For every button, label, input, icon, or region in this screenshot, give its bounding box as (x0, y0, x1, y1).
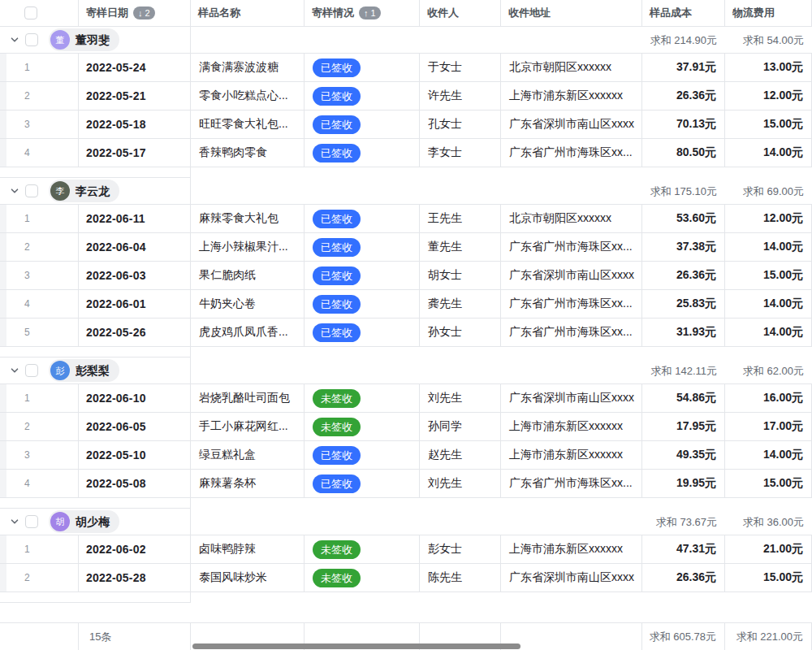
sample-name-cell[interactable]: 岩烧乳酪吐司面包 (191, 384, 304, 413)
recipient-cell[interactable]: 赵先生 (420, 441, 501, 470)
recipient-cell[interactable]: 孙女士 (420, 318, 501, 347)
date-cell[interactable]: 2022-06-10 (79, 384, 191, 413)
sample-name-cell[interactable]: 果仁脆肉纸 (191, 262, 304, 290)
status-cell[interactable]: 未签收 (304, 384, 420, 413)
recipient-cell[interactable]: 陈先生 (420, 564, 501, 592)
address-cell[interactable]: 广东省广州市海珠区xx... (501, 470, 642, 498)
shipping-cell[interactable]: 17.00元 (725, 413, 812, 441)
row-number-cell[interactable]: 2 (0, 82, 79, 110)
date-cell[interactable]: 2022-05-17 (79, 139, 191, 167)
cost-cell[interactable]: 26.36元 (642, 564, 725, 592)
sort-descending-badge[interactable]: ↓2 (133, 6, 155, 20)
cost-cell[interactable]: 49.35元 (642, 441, 725, 470)
sample-name-cell[interactable]: 旺旺零食大礼包... (191, 110, 304, 139)
status-cell[interactable]: 已签收 (304, 205, 420, 233)
date-cell[interactable]: 2022-06-05 (79, 413, 191, 441)
address-cell[interactable]: 上海市浦东新区xxxxxx (501, 441, 642, 470)
group-header-row[interactable]: 李李云龙求和 175.10元求和 69.00元 (0, 178, 812, 205)
cost-cell[interactable]: 47.31元 (642, 535, 725, 564)
address-cell[interactable]: 上海市浦东新区xxxxxx (501, 535, 642, 564)
sample-name-cell[interactable]: 麻辣薯条杯 (191, 470, 304, 498)
row-number-cell[interactable]: 3 (0, 110, 79, 139)
recipient-cell[interactable]: 李女士 (420, 139, 501, 167)
group-checkbox[interactable] (25, 184, 38, 197)
status-cell[interactable]: 未签收 (304, 535, 420, 564)
shipping-cell[interactable]: 12.00元 (725, 82, 812, 110)
address-cell[interactable]: 广东省深圳市南山区xxxx (501, 564, 642, 592)
select-all-checkbox[interactable] (24, 6, 37, 20)
chevron-down-icon[interactable] (10, 35, 19, 45)
status-cell[interactable]: 已签收 (304, 470, 420, 498)
date-cell[interactable]: 2022-05-21 (79, 82, 191, 110)
cost-cell[interactable]: 54.86元 (642, 384, 725, 413)
shipping-cell[interactable]: 14.00元 (725, 139, 812, 167)
cost-cell[interactable]: 37.38元 (642, 233, 725, 262)
recipient-cell[interactable]: 董先生 (420, 233, 501, 262)
address-cell[interactable]: 广东省深圳市南山区xxxx (501, 110, 642, 139)
sample-name-cell[interactable]: 绿豆糕礼盒 (191, 441, 304, 470)
row-number-cell[interactable]: 1 (0, 535, 79, 564)
cost-cell[interactable]: 25.83元 (642, 290, 725, 318)
date-cell[interactable]: 2022-06-04 (79, 233, 191, 262)
row-number-cell[interactable]: 2 (0, 413, 79, 441)
date-cell[interactable]: 2022-06-03 (79, 262, 191, 290)
group-header-row[interactable]: 彭彭梨梨求和 142.11元求和 62.00元 (0, 358, 812, 384)
cost-cell[interactable]: 80.50元 (642, 139, 725, 167)
status-cell[interactable]: 已签收 (304, 139, 420, 167)
sample-name-cell[interactable]: 牛奶夹心卷 (191, 290, 304, 318)
address-cell[interactable]: 上海市浦东新区xxxxxx (501, 82, 642, 110)
row-number-cell[interactable]: 1 (0, 205, 79, 233)
address-cell[interactable]: 上海市浦东新区xxxxxx (501, 413, 642, 441)
cost-cell[interactable]: 37.91元 (642, 54, 725, 82)
group-header-row[interactable]: 胡胡少梅求和 73.67元求和 36.00元 (0, 509, 812, 535)
date-cell[interactable]: 2022-06-11 (79, 205, 191, 233)
sample-name-cell[interactable]: 手工小麻花网红... (191, 413, 304, 441)
cost-cell[interactable]: 31.93元 (642, 318, 725, 347)
horizontal-scrollbar[interactable] (192, 644, 520, 649)
recipient-cell[interactable]: 许先生 (420, 82, 501, 110)
status-cell[interactable]: 已签收 (304, 318, 420, 347)
column-header-date[interactable]: 寄样日期 ↓2 (79, 0, 191, 26)
sample-name-cell[interactable]: 卤味鸭脖辣 (191, 535, 304, 564)
shipping-cell[interactable]: 15.00元 (725, 564, 812, 592)
status-cell[interactable]: 已签收 (304, 441, 420, 470)
row-number-cell[interactable]: 2 (0, 564, 79, 592)
cost-cell[interactable]: 53.60元 (642, 205, 725, 233)
cost-cell[interactable]: 17.95元 (642, 413, 725, 441)
address-cell[interactable]: 北京市朝阳区xxxxxx (501, 205, 642, 233)
column-header-status[interactable]: 寄样情况 ↑1 (304, 0, 420, 26)
date-cell[interactable]: 2022-06-02 (79, 535, 191, 564)
row-number-cell[interactable]: 4 (0, 470, 79, 498)
address-cell[interactable]: 北京市朝阳区xxxxxx (501, 54, 642, 82)
recipient-cell[interactable]: 王先生 (420, 205, 501, 233)
recipient-cell[interactable]: 于女士 (420, 54, 501, 82)
sample-name-cell[interactable]: 麻辣零食大礼包 (191, 205, 304, 233)
recipient-cell[interactable]: 孙同学 (420, 413, 501, 441)
status-cell[interactable]: 已签收 (304, 82, 420, 110)
sample-name-cell[interactable]: 满食满寨波波糖 (191, 54, 304, 82)
status-cell[interactable]: 已签收 (304, 54, 420, 82)
address-cell[interactable]: 广东省深圳市南山区xxxx (501, 262, 642, 290)
group-checkbox[interactable] (25, 33, 38, 46)
status-cell[interactable]: 已签收 (304, 110, 420, 139)
sort-ascending-badge[interactable]: ↑1 (359, 6, 381, 20)
sample-name-cell[interactable]: 香辣鸭肉零食 (191, 139, 304, 167)
address-cell[interactable]: 广东省广州市海珠区xx... (501, 233, 642, 262)
shipping-cell[interactable]: 14.00元 (725, 441, 812, 470)
cost-cell[interactable]: 26.36元 (642, 262, 725, 290)
shipping-cell[interactable]: 15.00元 (725, 262, 812, 290)
row-number-cell[interactable]: 1 (0, 54, 79, 82)
address-cell[interactable]: 广东省广州市海珠区xx... (501, 290, 642, 318)
date-cell[interactable]: 2022-05-26 (79, 318, 191, 347)
status-cell[interactable]: 未签收 (304, 564, 420, 592)
group-checkbox[interactable] (25, 515, 38, 528)
recipient-cell[interactable]: 刘先生 (420, 384, 501, 413)
date-cell[interactable]: 2022-05-18 (79, 110, 191, 139)
chevron-down-icon[interactable] (10, 517, 19, 526)
shipping-cell[interactable]: 14.00元 (725, 233, 812, 262)
cost-cell[interactable]: 70.13元 (642, 110, 725, 139)
chevron-down-icon[interactable] (10, 186, 19, 196)
recipient-cell[interactable]: 彭女士 (420, 535, 501, 564)
shipping-cell[interactable]: 15.00元 (725, 470, 812, 498)
address-cell[interactable]: 广东省广州市海珠区xx... (501, 139, 642, 167)
